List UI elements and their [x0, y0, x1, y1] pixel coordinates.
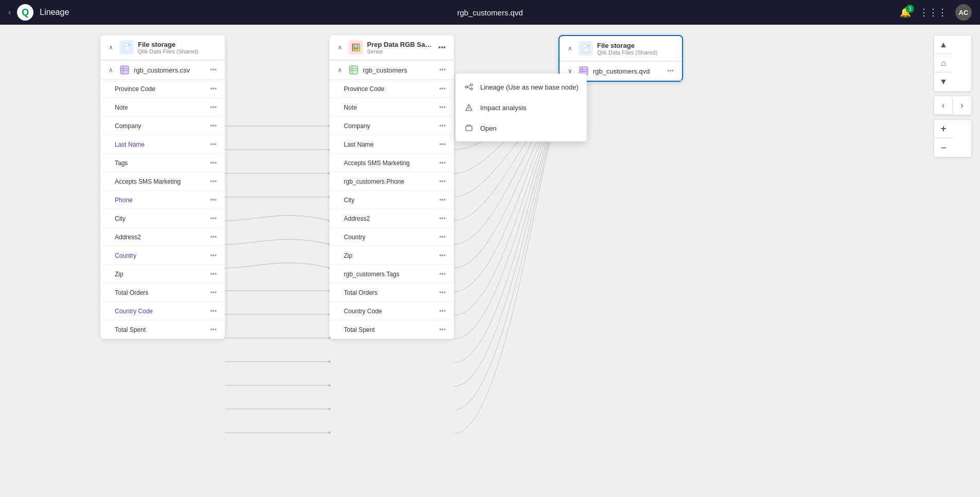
collapse-middle-btn[interactable]: ∧ — [336, 43, 344, 52]
field-country-mid: Country ••• — [329, 228, 454, 246]
field-note-left: Note ••• — [100, 98, 225, 117]
field-more-lastname-mid[interactable]: ••• — [437, 140, 448, 149]
context-open[interactable]: Open — [456, 118, 587, 138]
field-more-tags-mid[interactable]: ••• — [437, 270, 448, 279]
panel-more-middle[interactable]: ••• — [436, 42, 448, 52]
field-more-phone-left[interactable]: ••• — [208, 196, 219, 205]
field-more-note-left[interactable]: ••• — [208, 103, 219, 112]
field-more-address2-left[interactable]: ••• — [208, 233, 219, 242]
field-more-company-left[interactable]: ••• — [208, 121, 219, 131]
panel-subtitle-left: Qlik Data Files (Shared) — [138, 48, 219, 55]
field-more-province-left[interactable]: ••• — [208, 84, 219, 94]
field-more-note-mid[interactable]: ••• — [437, 103, 448, 112]
field-more-countrycode-left[interactable]: ••• — [208, 307, 219, 316]
scroll-down-btn[interactable]: ▼ — [934, 73, 953, 91]
field-more-totalorders-left[interactable]: ••• — [208, 288, 219, 297]
field-more-country-left[interactable]: ••• — [208, 251, 219, 260]
panel-header-middle: ∧ 🖼️ Prep Data RGB Sales A... Sense ••• — [329, 35, 454, 60]
svg-marker-11 — [327, 384, 330, 387]
context-lineage-label: Lineage (Use as new base node) — [480, 83, 579, 91]
field-more-zip-mid[interactable]: ••• — [437, 251, 448, 260]
right-controls: ▲ ⌂ ▼ ‹ › + − — [934, 35, 972, 157]
field-accepts-sms-left: Accepts SMS Marketing ••• — [100, 172, 225, 191]
table-header-csv: ∧ rgb_customers.csv ••• — [100, 61, 225, 80]
svg-point-26 — [465, 86, 467, 88]
notifications-button[interactable]: 🔔 3 — [900, 7, 911, 18]
context-open-label: Open — [480, 125, 497, 132]
home-btn[interactable]: ⌂ — [934, 54, 953, 73]
field-country-left: Country ••• — [100, 246, 225, 265]
svg-point-28 — [470, 88, 472, 90]
rgb-table-more[interactable]: ••• — [437, 65, 448, 75]
collapse-right-btn[interactable]: ∧ — [566, 44, 574, 53]
nav-right-btn[interactable]: › — [953, 96, 971, 115]
field-more-city-mid[interactable]: ••• — [437, 196, 448, 205]
field-more-city-left[interactable]: ••• — [208, 214, 219, 223]
field-total-spent-left: Total Spent ••• — [100, 321, 225, 339]
context-impact-label: Impact analysis — [480, 104, 527, 112]
field-company-mid: Company ••• — [329, 117, 454, 135]
csv-table-name: rgb_customers.csv — [134, 66, 204, 74]
filename-title: rgb_customers.qvd — [457, 8, 523, 17]
field-more-sms-left[interactable]: ••• — [208, 177, 219, 186]
field-accepts-sms-mid: Accepts SMS Marketing ••• — [329, 154, 454, 172]
topnav-right: 🔔 3 ⋮⋮⋮ AC — [900, 4, 972, 21]
app-title: Lineage — [40, 8, 69, 17]
scroll-control-group: ▲ ⌂ ▼ — [934, 35, 972, 92]
qvd-table-name: rgb_customers.qvd — [593, 67, 661, 75]
field-city-mid: City ••• — [329, 191, 454, 209]
nav-lr-group: ‹ › — [934, 96, 972, 115]
collapse-rgb-btn[interactable]: ∧ — [336, 65, 344, 75]
field-zip-left: Zip ••• — [100, 265, 225, 283]
field-total-spent-mid: Total Spent ••• — [329, 321, 454, 339]
field-city-left: City ••• — [100, 209, 225, 228]
csv-table-icon — [119, 65, 130, 75]
field-phone-left: Phone ••• — [100, 191, 225, 209]
scroll-up-btn[interactable]: ▲ — [934, 36, 953, 54]
context-impact[interactable]: Impact analysis — [456, 97, 587, 118]
field-more-totalspent-left[interactable]: ••• — [208, 325, 219, 334]
nav-left-btn[interactable]: ‹ — [934, 96, 953, 115]
svg-rect-33 — [466, 126, 472, 131]
svg-rect-14 — [120, 66, 129, 74]
field-province-code-mid: Province Code ••• — [329, 80, 454, 98]
collapse-left-btn[interactable]: ∧ — [107, 43, 115, 52]
panel-file-storage-left: ∧ 📄 File storage Qlik Data Files (Shared… — [100, 35, 225, 339]
field-more-phone-mid[interactable]: ••• — [437, 177, 448, 186]
field-more-country-mid[interactable]: ••• — [437, 233, 448, 242]
svg-marker-10 — [327, 360, 330, 363]
notification-badge: 3 — [906, 5, 914, 13]
qlik-logo: Q — [17, 4, 33, 21]
zoom-out-btn[interactable]: − — [934, 138, 953, 157]
back-button[interactable]: ‹ — [8, 8, 11, 17]
field-province-code-left: Province Code ••• — [100, 80, 225, 98]
field-more-company-mid[interactable]: ••• — [437, 121, 448, 131]
file-storage-icon-right: 📄 — [579, 41, 593, 56]
svg-line-30 — [467, 87, 470, 89]
field-more-countrycode-mid[interactable]: ••• — [437, 307, 448, 316]
qvd-table-more[interactable]: ••• — [665, 66, 676, 76]
rgb-table-name: rgb_customers — [363, 66, 433, 74]
field-more-sms-mid[interactable]: ••• — [437, 158, 448, 168]
field-more-tags-left[interactable]: ••• — [208, 158, 219, 168]
avatar[interactable]: AC — [955, 4, 972, 21]
field-more-address2-mid[interactable]: ••• — [437, 214, 448, 223]
panel-title-middle: Prep Data RGB Sales A... — [367, 41, 432, 48]
field-more-totalorders-mid[interactable]: ••• — [437, 288, 448, 297]
context-menu: Lineage (Use as new base node) Impact an… — [456, 74, 587, 141]
zoom-in-btn[interactable]: + — [934, 120, 953, 138]
context-lineage[interactable]: Lineage (Use as new base node) — [456, 77, 587, 97]
apps-grid-button[interactable]: ⋮⋮⋮ — [919, 7, 947, 18]
field-more-province-mid[interactable]: ••• — [437, 84, 448, 94]
field-more-totalspent-mid[interactable]: ••• — [437, 325, 448, 334]
panel-subtitle-right: Qlik Data Files (Shared) — [597, 49, 676, 56]
svg-point-32 — [468, 109, 469, 110]
field-phone-mid: rgb_customers.Phone ••• — [329, 172, 454, 191]
panel-subtitle-middle: Sense — [367, 48, 432, 55]
field-country-code-mid: Country Code ••• — [329, 302, 454, 321]
field-more-zip-left[interactable]: ••• — [208, 270, 219, 279]
field-more-lastname-left[interactable]: ••• — [208, 140, 219, 149]
csv-table-more[interactable]: ••• — [208, 65, 219, 75]
collapse-csv-btn[interactable]: ∧ — [107, 65, 115, 75]
panel-header-left: ∧ 📄 File storage Qlik Data Files (Shared… — [100, 35, 225, 60]
